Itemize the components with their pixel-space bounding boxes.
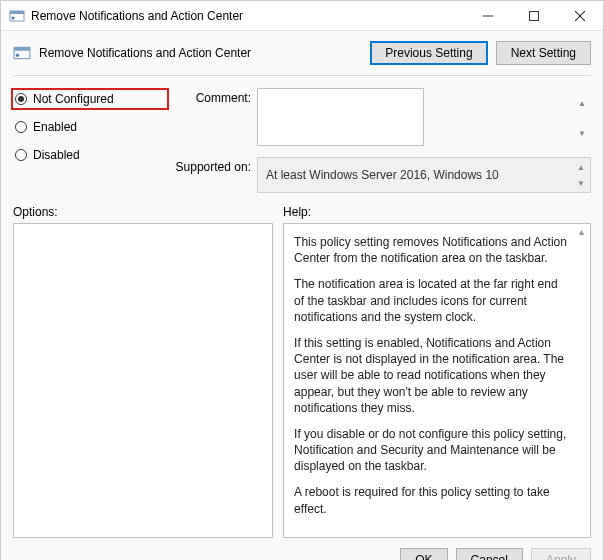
- svg-rect-8: [14, 47, 30, 50]
- help-paragraph: This policy setting removes Notification…: [294, 234, 568, 266]
- previous-setting-button[interactable]: Previous Setting: [370, 41, 487, 65]
- radio-enabled[interactable]: Enabled: [13, 118, 163, 136]
- help-paragraph: A reboot is required for this policy set…: [294, 484, 568, 516]
- chevron-down-icon: ▼: [573, 175, 589, 191]
- radio-not-configured[interactable]: Not Configured: [11, 88, 169, 110]
- supported-on-value: At least Windows Server 2016, Windows 10…: [257, 157, 591, 193]
- radio-label: Enabled: [33, 120, 77, 134]
- radio-icon: [15, 121, 27, 133]
- window-title: Remove Notifications and Action Center: [31, 9, 465, 23]
- supported-scroll: ▲ ▼: [573, 159, 589, 191]
- chevron-down-icon[interactable]: ▼: [574, 119, 590, 149]
- radio-label: Not Configured: [33, 92, 114, 106]
- header-row: Remove Notifications and Action Center P…: [13, 39, 591, 76]
- lower-area: Options: Help: ▲ This policy setting rem…: [13, 205, 591, 538]
- comment-input[interactable]: [257, 88, 424, 146]
- help-box[interactable]: ▲ This policy setting removes Notificati…: [283, 223, 591, 538]
- radio-label: Disabled: [33, 148, 80, 162]
- help-paragraph: If you disable or do not configure this …: [294, 426, 568, 475]
- titlebar: Remove Notifications and Action Center: [1, 1, 603, 31]
- help-paragraph: If this setting is enabled, Notification…: [294, 335, 568, 416]
- supported-on-label: Supported on:: [171, 157, 251, 193]
- comment-label: Comment:: [171, 88, 251, 149]
- radio-icon: [15, 149, 27, 161]
- fields-area: Comment: ▲ ▼ Supported on: At least Wind…: [171, 88, 591, 193]
- chevron-up-icon: ▲: [573, 159, 589, 175]
- help-paragraph: The notification area is located at the …: [294, 276, 568, 325]
- config-area: Not Configured Enabled Disabled Comment:: [13, 76, 591, 193]
- options-label: Options:: [13, 205, 273, 219]
- svg-point-9: [16, 54, 19, 57]
- ok-button[interactable]: OK: [400, 548, 447, 560]
- supported-on-text: At least Windows Server 2016, Windows 10: [266, 168, 499, 182]
- close-button[interactable]: [557, 1, 603, 31]
- footer-buttons: OK Cancel Apply: [13, 538, 591, 560]
- dialog-content: Remove Notifications and Action Center P…: [1, 31, 603, 560]
- radio-disabled[interactable]: Disabled: [13, 146, 163, 164]
- cancel-button[interactable]: Cancel: [456, 548, 523, 560]
- apply-button[interactable]: Apply: [531, 548, 591, 560]
- page-title: Remove Notifications and Action Center: [39, 46, 251, 60]
- chevron-up-icon[interactable]: ▲: [577, 226, 586, 238]
- svg-point-2: [12, 16, 15, 19]
- maximize-button[interactable]: [511, 1, 557, 31]
- help-label: Help:: [283, 205, 591, 219]
- options-box: [13, 223, 273, 538]
- policy-icon: [9, 8, 25, 24]
- chevron-up-icon[interactable]: ▲: [574, 89, 590, 119]
- svg-rect-4: [530, 11, 539, 20]
- svg-rect-1: [10, 11, 24, 14]
- comment-scroll[interactable]: ▲ ▼: [574, 89, 590, 148]
- window-controls: [465, 1, 603, 31]
- minimize-button[interactable]: [465, 1, 511, 31]
- radio-icon: [15, 93, 27, 105]
- state-radio-group: Not Configured Enabled Disabled: [13, 88, 163, 193]
- dialog-window: Remove Notifications and Action Center R…: [0, 0, 604, 560]
- next-setting-button[interactable]: Next Setting: [496, 41, 591, 65]
- policy-icon: [13, 44, 31, 62]
